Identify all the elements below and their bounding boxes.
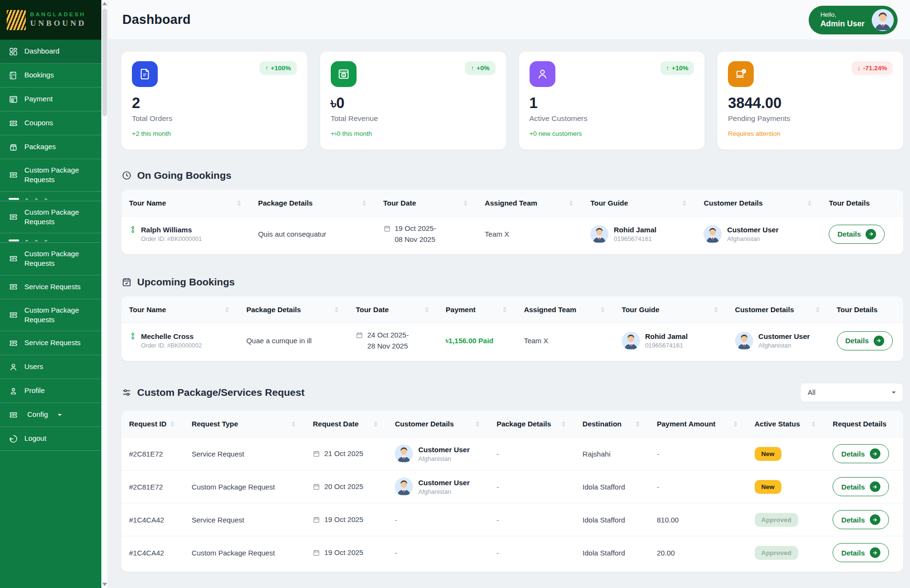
sliders-icon	[121, 387, 132, 398]
guide-phone: 01965674161	[645, 342, 688, 349]
sort-icon[interactable]	[171, 421, 174, 427]
request-id: #1C4CA42	[121, 536, 184, 569]
destination: Rajshahi	[575, 437, 649, 470]
ticket-icon	[9, 212, 18, 222]
sort-icon[interactable]	[714, 307, 718, 313]
sidebar-item-bookings[interactable]: Bookings	[0, 64, 101, 87]
details-button[interactable]: Details	[837, 331, 893, 350]
sidebar-item-packages[interactable]: Packages	[0, 135, 101, 159]
selected-filter-value: All	[808, 389, 815, 396]
sidebar-item-service-requests[interactable]: Service Requests	[0, 331, 101, 355]
payment-icon: $	[9, 95, 18, 104]
scrollbar-thumb[interactable]	[102, 9, 107, 116]
sort-icon[interactable]	[682, 200, 686, 206]
sort-icon[interactable]	[734, 421, 737, 427]
arrow-right-icon	[870, 547, 880, 558]
invoice-icon	[132, 61, 158, 87]
customer-icon	[530, 61, 555, 87]
tour-date: 24 Oct 2025-	[367, 331, 409, 339]
ticket-icon	[9, 170, 18, 180]
user-avatar[interactable]	[872, 9, 894, 31]
sort-icon[interactable]	[476, 421, 479, 427]
sidebar-item-logout[interactable]: Logout	[0, 427, 101, 451]
details-button[interactable]: Details	[829, 225, 885, 244]
upcoming-table: Tour Name Package Details Tour Date Paym…	[121, 296, 903, 361]
sort-icon[interactable]	[636, 421, 639, 427]
clipped-icon	[9, 198, 19, 200]
sort-icon[interactable]	[812, 421, 815, 427]
details-button[interactable]: Details	[833, 477, 888, 496]
grid-icon	[9, 47, 18, 56]
stat-footer: +0 new customers	[530, 130, 694, 137]
main-area: Dashboard Hello, Admin User ↑+100% 2	[108, 0, 910, 588]
sidebar-item-payment[interactable]: $ Payment	[0, 87, 101, 111]
user-menu[interactable]: Hello, Admin User	[809, 6, 898, 34]
guide-phone: 01965674161	[614, 235, 656, 242]
scroll-down-icon[interactable]	[102, 583, 107, 586]
upcoming-section-header: Upcoming Bookings	[121, 276, 903, 288]
sidebar-item-custom-package-requests[interactable]: Custom Package Requests	[0, 243, 101, 275]
sidebar-scrollbar[interactable]	[101, 0, 108, 588]
order-id: Order ID: #BK0000001	[141, 236, 202, 242]
sort-icon[interactable]	[464, 200, 467, 206]
sidebar-item-service-requests[interactable]: Service Requests	[0, 275, 101, 299]
sidebar-item-profile[interactable]: Profile	[0, 379, 101, 403]
chevron-down-icon	[892, 392, 896, 395]
user-name: Admin User	[820, 19, 865, 29]
stat-cards: ↑+100% 2 Total Orders +2 this month $ ↑+…	[121, 52, 903, 150]
sidebar-nav: Dashboard Bookings $ Payment Coupons Pac…	[0, 40, 101, 588]
scroll-up-icon[interactable]	[102, 2, 107, 5]
sort-icon[interactable]	[225, 307, 229, 313]
arrow-right-icon	[870, 514, 880, 525]
sidebar-item-custom-package-requests[interactable]: Custom Package Requests	[0, 299, 101, 332]
trend-badge: ↑+0%	[465, 61, 495, 75]
sidebar-item-clipped[interactable]	[0, 233, 101, 243]
assigned-team: Team X	[477, 217, 583, 252]
stat-card-total-orders: ↑+100% 2 Total Orders +2 this month	[121, 52, 307, 150]
sort-icon[interactable]	[816, 307, 820, 313]
table-row: Ralph Williams Order ID: #BK0000001 Quis…	[121, 217, 903, 252]
package-details: Quae a cumque in ill	[238, 323, 348, 359]
sort-icon[interactable]	[335, 307, 338, 313]
stat-label: Total Revenue	[331, 114, 496, 123]
tour-name: Mechelle Cross	[141, 332, 202, 340]
details-button[interactable]: Details	[833, 444, 888, 463]
sidebar-item-coupons[interactable]: Coupons	[0, 111, 101, 135]
stat-value: 3844.00	[728, 95, 893, 112]
greeting-text: Hello,	[820, 11, 865, 19]
requests-table: Request ID Request Type Request Date Cus…	[121, 411, 903, 572]
sort-icon[interactable]	[362, 200, 366, 206]
sidebar-item-custom-package-requests[interactable]: Custom Package Requests	[0, 159, 101, 192]
sort-icon[interactable]	[503, 307, 507, 313]
customer-location: Afghanistan	[727, 235, 779, 242]
destination: Idola Stafford	[575, 536, 649, 569]
stat-value: 2	[132, 95, 297, 112]
sort-icon[interactable]	[562, 421, 565, 427]
status-badge: New	[755, 447, 781, 461]
payment-amount: -	[649, 437, 747, 470]
status-filter-select[interactable]: All	[800, 383, 903, 402]
sidebar-item-dashboard[interactable]: Dashboard	[0, 40, 101, 64]
sort-icon[interactable]	[237, 200, 241, 206]
stat-footer: Requires attention	[728, 130, 893, 137]
sort-icon[interactable]	[425, 307, 429, 313]
assigned-team: Team X	[516, 323, 614, 359]
sidebar-item-config[interactable]: Config	[0, 403, 101, 427]
payment-amount: 810.00	[649, 503, 747, 536]
sort-icon[interactable]	[808, 200, 812, 206]
package-details: -	[489, 437, 575, 470]
sidebar-item-users[interactable]: Users	[0, 355, 101, 379]
sort-icon[interactable]	[292, 421, 295, 427]
sort-icon[interactable]	[601, 307, 605, 313]
details-button[interactable]: Details	[833, 510, 888, 529]
sort-icon[interactable]	[569, 200, 573, 206]
payment-status: ৳1,156.00 Paid	[438, 323, 517, 359]
request-date: 20 Oct 2025	[324, 481, 363, 492]
details-button[interactable]: Details	[833, 543, 888, 562]
sort-icon[interactable]	[374, 421, 378, 427]
sidebar-item-custom-package-requests[interactable]: Custom Package Requests	[0, 201, 101, 234]
brand-logo[interactable]: BANGLADESH UNBOUND	[0, 0, 101, 40]
revenue-icon: $	[331, 61, 357, 87]
arrow-right-icon	[866, 229, 876, 240]
sidebar-item-clipped[interactable]	[0, 192, 101, 201]
